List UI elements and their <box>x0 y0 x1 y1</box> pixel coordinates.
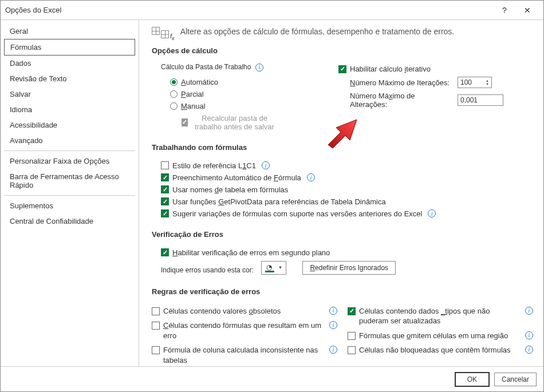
section-working-formulas: Trabalhando com fórmulas <box>152 143 533 152</box>
checkbox-r1c1[interactable] <box>161 161 169 169</box>
sidebar-item-geral[interactable]: Geral <box>4 23 135 39</box>
unlocked-formulas-label: Células não bloqueadas que contêm fórmul… <box>359 345 519 355</box>
radio-manual[interactable] <box>170 102 178 110</box>
help-button[interactable]: ? <box>493 2 516 19</box>
formulas-error-label: Células contendo fórmulas que resultam e… <box>163 320 324 340</box>
sidebar-item-central[interactable]: Central de Confiabilidade <box>4 213 135 229</box>
calc-column-label: Fórmula de coluna calculada inconsistent… <box>163 345 324 365</box>
info-icon[interactable]: i <box>329 346 337 354</box>
info-icon[interactable]: i <box>329 321 337 329</box>
sidebar-item-barra-ferramentas[interactable]: Barra de Ferramentas de Acesso Rápido <box>4 169 135 193</box>
max-iterations-input[interactable]: 100 ▲▼ <box>458 77 492 88</box>
reset-ignored-errors-button[interactable]: Redefinir Erros Ignorados <box>302 261 396 275</box>
checkbox-bg-error-check[interactable] <box>161 248 169 256</box>
checkbox-autocomplete[interactable] <box>161 173 169 181</box>
checkbox-omit-cells[interactable] <box>348 332 356 340</box>
obsolete-values-label: Células contendo valores obsoletos <box>163 306 324 316</box>
sidebar-item-revisao[interactable]: Revisão de Texto <box>4 71 135 86</box>
sidebar-item-idioma[interactable]: Idioma <box>4 102 135 117</box>
main-panel: fx Altere as opções de cálculo de fórmul… <box>139 20 543 366</box>
info-icon[interactable]: i <box>255 64 263 72</box>
ok-button[interactable]: OK <box>455 372 490 387</box>
table-names-label: Usar nomes de tabela em fórmulas <box>172 185 288 194</box>
checkbox-calc-column[interactable] <box>152 346 160 354</box>
stale-types-label: Células contendo dados _tipos que não pu… <box>359 306 519 326</box>
titlebar: Opções do Excel ? ✕ <box>1 1 543 20</box>
radio-automatic[interactable] <box>170 78 178 86</box>
section-error-checking: Verificação de Erros <box>152 230 533 239</box>
info-icon[interactable]: i <box>262 161 270 169</box>
sidebar-item-salvar[interactable]: Salvar <box>4 86 135 102</box>
info-icon[interactable]: i <box>525 331 533 339</box>
sidebar-item-suplementos[interactable]: Suplementos <box>4 198 135 213</box>
max-iterations-label: Número Máximo de Iterações: <box>350 78 453 87</box>
dialog-footer: OK Cancelar <box>1 366 543 391</box>
checkbox-table-names[interactable] <box>161 185 169 193</box>
cancel-button[interactable]: Cancelar <box>494 373 537 386</box>
info-icon[interactable]: i <box>307 173 315 181</box>
header-description: Altere as opções de cálculo de fórmulas,… <box>180 27 455 36</box>
info-icon[interactable]: i <box>428 209 436 217</box>
info-icon[interactable]: i <box>525 346 533 354</box>
checkbox-getpivotdata[interactable] <box>161 197 169 205</box>
section-calc-options: Opções de cálculo <box>152 46 533 55</box>
sidebar-item-formulas[interactable]: Fórmulas <box>4 39 135 56</box>
checkbox-recalc-before-save <box>182 118 188 126</box>
checkbox-obsolete-values[interactable] <box>152 307 160 315</box>
radio-partial[interactable] <box>170 90 178 98</box>
enable-iterative-label: Habilitar cálculo iterativo <box>350 65 431 73</box>
window-title: Opções do Excel <box>5 6 493 14</box>
checkbox-formulas-error[interactable] <box>152 322 160 330</box>
suggest-variations-label: Sugerir variações de fórmulas com suport… <box>172 209 422 218</box>
sidebar-item-dados[interactable]: Dados <box>4 56 135 71</box>
autocomplete-label: Preenchimento Automático de Fórmula <box>172 173 301 182</box>
excel-options-dialog: Opções do Excel ? ✕ Geral Fórmulas Dados… <box>0 0 544 392</box>
omit-cells-label: Fórmulas que omitem células em uma regiã… <box>359 331 519 341</box>
sidebar: Geral Fórmulas Dados Revisão de Texto Sa… <box>1 20 139 366</box>
r1c1-label: Estilo de referência L1C1 <box>172 161 256 170</box>
radio-automatic-label: Automático <box>181 78 218 86</box>
close-button[interactable]: ✕ <box>516 2 539 19</box>
fill-color-icon: ◔ <box>265 263 275 272</box>
formula-options-icon: fx <box>152 27 175 35</box>
workbook-calc-label: Cálculo da Pasta de Trabalho <box>161 63 251 71</box>
getpivotdata-label: Usar funções GetPivotData para referênci… <box>172 197 386 206</box>
max-change-input[interactable]: 0,001 <box>458 94 503 106</box>
checkbox-unlocked-formulas[interactable] <box>348 346 356 354</box>
sidebar-item-acessibilidade[interactable]: Acessibilidade <box>4 117 135 133</box>
error-color-label: Indique erros usando esta cor: <box>161 266 254 274</box>
info-icon[interactable]: i <box>329 307 337 315</box>
chevron-down-icon: ▼ <box>278 265 282 270</box>
recalc-before-save-label: Recalcular pasta de trabalho antes de sa… <box>191 114 278 131</box>
radio-partial-label: Parcial <box>181 90 204 98</box>
info-icon[interactable]: i <box>525 307 533 315</box>
max-change-label: Número Máximo de Alterações: <box>350 92 453 109</box>
error-color-picker[interactable]: ◔ ▼ <box>261 261 286 275</box>
radio-manual-label: Manual <box>181 102 206 110</box>
sidebar-item-personalizar-faixa[interactable]: Personalizar Faixa de Opções <box>4 153 135 169</box>
checkbox-enable-iterative[interactable] <box>338 65 346 73</box>
sidebar-item-avancado[interactable]: Avançado <box>4 133 135 148</box>
sidebar-separator <box>4 195 135 196</box>
checkbox-suggest-variations[interactable] <box>161 209 169 217</box>
checkbox-stale-types[interactable] <box>348 307 356 315</box>
section-error-rules: Regras de verificação de erros <box>152 287 533 296</box>
bg-error-check-label: Habilitar verificação de erros em segund… <box>172 248 330 257</box>
sidebar-separator <box>4 151 135 151</box>
